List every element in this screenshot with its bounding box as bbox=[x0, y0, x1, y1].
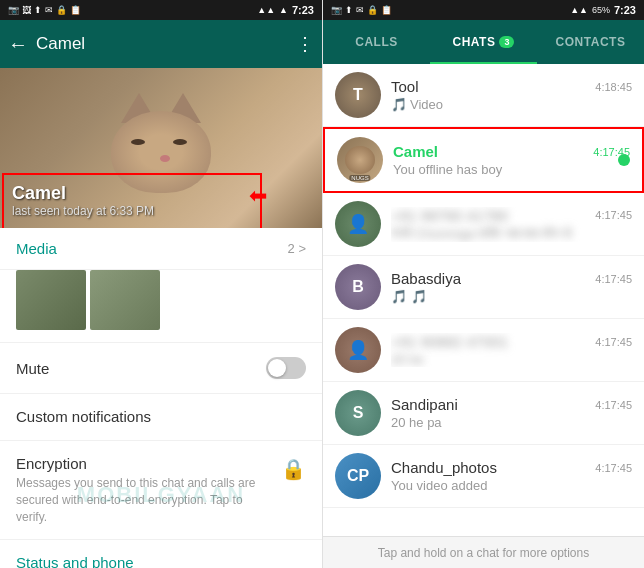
chat-name-tool: Tool bbox=[391, 78, 419, 95]
status-icons-left: 📷 🖼 ⬆ ✉ 🔒 📋 bbox=[8, 5, 81, 15]
avatar-text-7: CP bbox=[347, 467, 369, 485]
avatar-text-tool: T bbox=[353, 86, 363, 104]
back-button[interactable]: ← bbox=[8, 33, 28, 56]
chat-preview-camel: You offline has boy bbox=[393, 162, 573, 177]
mute-row[interactable]: Mute bbox=[0, 343, 322, 394]
mute-toggle[interactable] bbox=[266, 357, 306, 379]
chat-content-3: +91 98760 41780 4:17:45 भेजी Chunnoga ता… bbox=[391, 207, 632, 242]
chat-item-4[interactable]: B Babasdiya 4:17:45 🎵 🎵 bbox=[323, 256, 644, 319]
status-phone-row[interactable]: Status and phone bbox=[0, 540, 322, 568]
preview-text-3: भेजी Chunnoga ताकि जब सब मौन से... bbox=[391, 226, 571, 242]
chat-time-7: 4:17:45 bbox=[595, 462, 632, 474]
chats-badge: 3 bbox=[499, 36, 514, 48]
chat-item-6[interactable]: S Sandipani 4:17:45 20 he pa bbox=[323, 382, 644, 445]
chat-name-4: Babasdiya bbox=[391, 270, 461, 287]
preview-text-5: 20 he bbox=[391, 352, 424, 367]
media-row[interactable]: Media 2 > bbox=[0, 228, 322, 270]
menu-button[interactable]: ⋮ bbox=[296, 33, 314, 55]
whatsapp-icon: 📷 bbox=[331, 5, 342, 15]
camera-icon: 📷 bbox=[8, 5, 19, 15]
image-icon: 🖼 bbox=[22, 5, 31, 15]
tab-contacts[interactable]: CONTACTS bbox=[537, 20, 644, 64]
wifi-icon: ▲ bbox=[279, 5, 288, 15]
chat-time-3: 4:17:45 bbox=[595, 209, 632, 221]
status-time-left: 7:23 bbox=[292, 4, 314, 16]
tab-calls[interactable]: CALLS bbox=[323, 20, 430, 64]
lock-icon: 🔒 bbox=[56, 5, 67, 15]
bottom-hint-bar: Tap and hold on a chat for more options bbox=[323, 536, 644, 568]
signal-icon: ▲▲ bbox=[257, 5, 275, 15]
tabs-bar: CALLS CHATS 3 CONTACTS bbox=[323, 20, 644, 64]
upload-icon-right: ⬆ bbox=[345, 5, 353, 15]
status-bar-right: 📷 ⬆ ✉ 🔒 📋 ▲▲ 65% 7:23 bbox=[323, 0, 644, 20]
chat-item-5[interactable]: 👤 +91 90882 47001 4:17:45 20 he bbox=[323, 319, 644, 382]
preview-text-4: 🎵 🎵 bbox=[391, 289, 427, 304]
status-time-right: 7:23 bbox=[614, 4, 636, 16]
chat-content-6: Sandipani 4:17:45 20 he pa bbox=[391, 396, 632, 430]
tab-contacts-label: CONTACTS bbox=[556, 35, 626, 49]
chat-preview-5: 20 he bbox=[391, 352, 571, 367]
online-indicator-camel bbox=[618, 154, 630, 166]
custom-notifications-label: Custom notifications bbox=[16, 408, 151, 425]
left-panel: 📷 🖼 ⬆ ✉ 🔒 📋 ▲▲ ▲ 7:23 ← Camel ⋮ bbox=[0, 0, 322, 568]
status-icons-right: 📷 ⬆ ✉ 🔒 📋 bbox=[331, 5, 392, 15]
preview-icon-tool: 🎵 bbox=[391, 97, 407, 112]
encryption-row[interactable]: Encryption Messages you send to this cha… bbox=[0, 441, 322, 540]
top-bar-left: ← Camel ⋮ bbox=[0, 20, 322, 68]
chat-item-camel[interactable]: NUGS Camel 4:17:45 You offline has boy bbox=[323, 127, 644, 193]
signal-icon-right: ▲▲ bbox=[570, 5, 588, 15]
chat-name-camel: Camel bbox=[393, 143, 438, 160]
media-thumb-1[interactable] bbox=[16, 270, 86, 330]
avatar-camel: NUGS bbox=[337, 137, 383, 183]
lock-icon-right: 🔒 bbox=[367, 5, 378, 15]
avatar-3: 👤 bbox=[335, 201, 381, 247]
chat-name-6: Sandipani bbox=[391, 396, 458, 413]
chat-preview-3: भेजी Chunnoga ताकि जब सब मौन से... bbox=[391, 226, 571, 242]
clipboard-icon-right: 📋 bbox=[381, 5, 392, 15]
encryption-description: Messages you send to this chat and calls… bbox=[16, 475, 273, 525]
chat-name-3: +91 98760 41780 bbox=[391, 207, 508, 224]
settings-list: Media 2 > Mute Custom notifications Encr… bbox=[0, 228, 322, 568]
custom-notifications-row[interactable]: Custom notifications bbox=[0, 394, 322, 441]
preview-text-7: You video added bbox=[391, 478, 487, 493]
media-thumb-2[interactable] bbox=[90, 270, 160, 330]
preview-text-6: 20 he pa bbox=[391, 415, 442, 430]
chat-name-7: Chandu_photos bbox=[391, 459, 497, 476]
avatar-text-6: S bbox=[353, 404, 364, 422]
chat-preview-4: 🎵 🎵 bbox=[391, 289, 571, 304]
chat-preview-tool: 🎵 Video bbox=[391, 97, 571, 112]
right-panel: 📷 ⬆ ✉ 🔒 📋 ▲▲ 65% 7:23 CALLS CHATS 3 CONT… bbox=[322, 0, 644, 568]
avatar-5: 👤 bbox=[335, 327, 381, 373]
encryption-title: Encryption bbox=[16, 455, 273, 472]
chat-item-3[interactable]: 👤 +91 98760 41780 4:17:45 भेजी Chunnoga … bbox=[323, 193, 644, 256]
preview-text-tool: Video bbox=[410, 97, 443, 112]
chat-content-4: Babasdiya 4:17:45 🎵 🎵 bbox=[391, 270, 632, 304]
contact-name-header: Camel bbox=[36, 34, 296, 54]
contact-photo-area: ⬅ Camel last seen today at 6:33 PM bbox=[0, 68, 322, 228]
tab-chats-label: CHATS bbox=[453, 35, 496, 49]
chat-item-7[interactable]: CP Chandu_photos 4:17:45 You video added bbox=[323, 445, 644, 508]
avatar-text-4: B bbox=[352, 278, 364, 296]
avatar-7: CP bbox=[335, 453, 381, 499]
upload-icon: ⬆ bbox=[34, 5, 42, 15]
media-thumbnails bbox=[0, 270, 322, 343]
chat-content-5: +91 90882 47001 4:17:45 20 he bbox=[391, 333, 632, 367]
chat-name-5: +91 90882 47001 bbox=[391, 333, 508, 350]
nugs-label: NUGS bbox=[349, 175, 370, 181]
encryption-lock-icon: 🔒 bbox=[281, 457, 306, 481]
bottom-hint-text: Tap and hold on a chat for more options bbox=[378, 546, 589, 560]
clipboard-icon: 📋 bbox=[70, 5, 81, 15]
preview-text-camel: You offline has boy bbox=[393, 162, 502, 177]
battery-icon-right: 65% bbox=[592, 5, 610, 15]
chat-content-7: Chandu_photos 4:17:45 You video added bbox=[391, 459, 632, 493]
chat-time-5: 4:17:45 bbox=[595, 336, 632, 348]
tab-calls-label: CALLS bbox=[355, 35, 398, 49]
avatar-6: S bbox=[335, 390, 381, 436]
encryption-text: Encryption Messages you send to this cha… bbox=[16, 455, 273, 525]
status-phone-label: Status and phone bbox=[16, 554, 134, 568]
tab-chats[interactable]: CHATS 3 bbox=[430, 20, 537, 64]
chat-time-4: 4:17:45 bbox=[595, 273, 632, 285]
avatar-4: B bbox=[335, 264, 381, 310]
chat-item-tool[interactable]: T Tool 4:18:45 🎵 Video bbox=[323, 64, 644, 127]
status-bar-left: 📷 🖼 ⬆ ✉ 🔒 📋 ▲▲ ▲ 7:23 bbox=[0, 0, 322, 20]
